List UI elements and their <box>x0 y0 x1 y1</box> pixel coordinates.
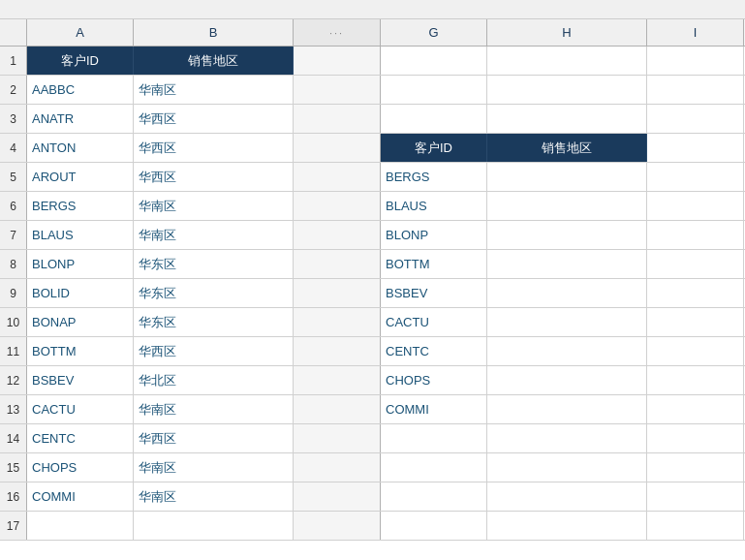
cell-b[interactable]: 销售地区 <box>134 47 294 75</box>
cell-g[interactable]: 客户ID <box>381 134 487 162</box>
cell-g[interactable]: CENTC <box>381 337 487 365</box>
cell-a[interactable]: BERGS <box>27 192 134 220</box>
cell-a[interactable]: ANTON <box>27 134 134 162</box>
cell-b[interactable]: 华西区 <box>134 424 294 452</box>
cell-a[interactable]: CACTU <box>27 395 134 423</box>
row-number: 10 <box>0 308 27 336</box>
cell-b[interactable]: 华西区 <box>134 337 294 365</box>
table-row: 14CENTC华西区 <box>0 424 745 453</box>
cell-g[interactable] <box>381 424 487 452</box>
cell-g[interactable] <box>381 47 487 75</box>
cell-h[interactable] <box>487 424 647 452</box>
cell-i[interactable] <box>647 134 744 162</box>
cell-g[interactable] <box>381 482 487 511</box>
cell-b[interactable] <box>134 512 294 540</box>
cell-b[interactable]: 华东区 <box>134 250 294 278</box>
cell-g[interactable] <box>381 105 487 133</box>
cell-i[interactable] <box>647 221 744 249</box>
cell-g[interactable]: BLAUS <box>381 192 487 220</box>
row-number: 14 <box>0 424 27 452</box>
row-number: 16 <box>0 482 27 511</box>
cell-h[interactable] <box>487 482 647 511</box>
cell-h[interactable] <box>487 76 647 104</box>
cell-b[interactable]: 华西区 <box>134 105 294 133</box>
cell-b[interactable]: 华西区 <box>134 163 294 191</box>
cell-a[interactable]: BLONP <box>27 250 134 278</box>
cell-h[interactable] <box>487 221 647 249</box>
cell-a[interactable]: ANATR <box>27 105 134 133</box>
cell-gap <box>294 337 381 365</box>
cell-h[interactable] <box>487 308 647 336</box>
cell-b[interactable]: 华南区 <box>134 395 294 423</box>
cell-i[interactable] <box>647 395 744 423</box>
cell-i[interactable] <box>647 308 744 336</box>
cell-i[interactable] <box>647 337 744 365</box>
cell-g[interactable]: BLONP <box>381 221 487 249</box>
cell-i[interactable] <box>647 76 744 104</box>
cell-i[interactable] <box>647 279 744 307</box>
cell-a[interactable]: BOTTM <box>27 337 134 365</box>
cell-i[interactable] <box>647 366 744 394</box>
cell-b[interactable]: 华南区 <box>134 221 294 249</box>
cell-g[interactable] <box>381 512 487 540</box>
cell-i[interactable] <box>647 163 744 191</box>
table-row: 9BOLID华东区BSBEV <box>0 279 745 308</box>
cell-i[interactable] <box>647 250 744 278</box>
cell-h[interactable] <box>487 105 647 133</box>
cell-i[interactable] <box>647 192 744 220</box>
cell-h[interactable] <box>487 337 647 365</box>
cell-h[interactable] <box>487 279 647 307</box>
table-row: 4ANTON华西区客户ID销售地区 <box>0 134 745 163</box>
cell-gap <box>294 47 381 75</box>
cell-gap <box>294 482 381 511</box>
cell-h[interactable] <box>487 366 647 394</box>
cell-g[interactable]: BERGS <box>381 163 487 191</box>
cell-h[interactable] <box>487 453 647 482</box>
column-header-row: A B ··· G H I <box>0 19 745 47</box>
cell-i[interactable] <box>647 47 744 75</box>
cell-g[interactable] <box>381 76 487 104</box>
cell-g[interactable]: BOTTM <box>381 250 487 278</box>
cell-a[interactable]: AROUT <box>27 163 134 191</box>
cell-b[interactable]: 华西区 <box>134 134 294 162</box>
col-header-a: A <box>27 19 134 46</box>
cell-a[interactable]: BOLID <box>27 279 134 307</box>
cell-h[interactable] <box>487 250 647 278</box>
cell-a[interactable]: 客户ID <box>27 47 134 75</box>
cell-b[interactable]: 华南区 <box>134 453 294 482</box>
cell-b[interactable]: 华南区 <box>134 482 294 511</box>
cell-i[interactable] <box>647 482 744 511</box>
table-row: 5AROUT华西区BERGS <box>0 163 745 192</box>
cell-a[interactable]: AABBC <box>27 76 134 104</box>
cell-a[interactable] <box>27 512 134 540</box>
cell-a[interactable]: BLAUS <box>27 221 134 249</box>
cell-h[interactable] <box>487 512 647 540</box>
cell-a[interactable]: CHOPS <box>27 453 134 482</box>
cell-gap <box>294 105 381 133</box>
row-number: 11 <box>0 337 27 365</box>
cell-i[interactable] <box>647 105 744 133</box>
cell-b[interactable]: 华北区 <box>134 366 294 394</box>
cell-h[interactable]: 销售地区 <box>487 134 647 162</box>
cell-i[interactable] <box>647 453 744 482</box>
cell-g[interactable]: CACTU <box>381 308 487 336</box>
cell-b[interactable]: 华南区 <box>134 76 294 104</box>
cell-b[interactable]: 华南区 <box>134 192 294 220</box>
cell-h[interactable] <box>487 192 647 220</box>
cell-i[interactable] <box>647 424 744 452</box>
cell-a[interactable]: BSBEV <box>27 366 134 394</box>
cell-g[interactable] <box>381 453 487 482</box>
cell-a[interactable]: COMMI <box>27 482 134 511</box>
cell-b[interactable]: 华东区 <box>134 279 294 307</box>
cell-b[interactable]: 华东区 <box>134 308 294 336</box>
cell-a[interactable]: BONAP <box>27 308 134 336</box>
cell-g[interactable]: COMMI <box>381 395 487 423</box>
cell-g[interactable]: CHOPS <box>381 366 487 394</box>
col-header-gap: ··· <box>294 19 381 46</box>
cell-a[interactable]: CENTC <box>27 424 134 452</box>
cell-h[interactable] <box>487 47 647 75</box>
cell-g[interactable]: BSBEV <box>381 279 487 307</box>
cell-h[interactable] <box>487 163 647 191</box>
cell-h[interactable] <box>487 395 647 423</box>
cell-i[interactable] <box>647 512 744 540</box>
